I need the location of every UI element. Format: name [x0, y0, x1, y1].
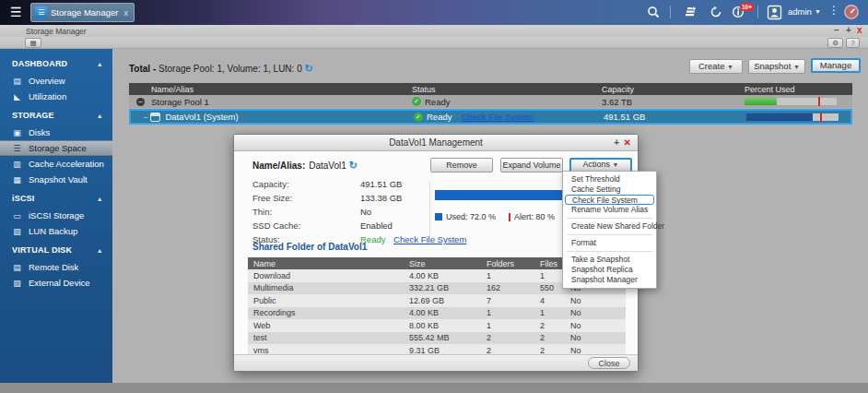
sidebar-section-iscsi[interactable]: iSCSI▲: [0, 187, 112, 208]
capacity-value: 491.51 GB: [360, 179, 402, 189]
chevron-down-icon: ▼: [727, 64, 733, 70]
menu-separator: [567, 218, 652, 219]
free-size-value: 133.38 GB: [360, 193, 402, 203]
overview-icon: ▤: [12, 77, 22, 86]
menu-item-snapshot-replica[interactable]: Snapshot Replica: [563, 265, 656, 275]
iscsi-storage-icon: ▭: [12, 211, 22, 220]
chevron-down-icon: ▼: [613, 161, 619, 168]
sidebar-item-disks[interactable]: ▣Disks: [0, 125, 112, 140]
table-row-datavol1[interactable]: – DataVol1 (System) ✓ Ready Check File S…: [129, 109, 852, 125]
disks-icon: ▣: [12, 128, 22, 137]
external-device-icon: ▨: [12, 279, 22, 288]
sidebar-item-storage-space[interactable]: ☰Storage Space: [0, 140, 112, 156]
search-icon[interactable]: [646, 5, 663, 20]
sidebar-item-cache-acceleration[interactable]: ▥Cache Acceleration: [0, 156, 112, 172]
expand-volume-button[interactable]: Expand Volume: [500, 158, 563, 173]
sidebar-section-storage[interactable]: STORAGE▲: [0, 104, 112, 125]
tab-label: Storage Manager: [51, 7, 118, 18]
admin-menu[interactable]: admin ▼: [788, 6, 821, 17]
minimize-icon[interactable]: –: [834, 26, 839, 35]
sync-icon[interactable]: [709, 5, 725, 20]
percent-used-bar: [746, 113, 839, 121]
menu-separator: [567, 251, 652, 252]
dialog-popout-icon[interactable]: +: [614, 135, 619, 151]
check-file-system-link[interactable]: Check File System: [461, 112, 534, 122]
sidebar-section-dashboard[interactable]: DASHBOARD▲: [0, 53, 112, 73]
refresh-icon[interactable]: ↻: [304, 63, 312, 74]
collapse-toggle-icon[interactable]: ‒: [136, 98, 145, 106]
sidebar-item-iscsi-storage[interactable]: ▭iSCSI Storage: [0, 208, 112, 223]
menu-item-create-new-shared-folder[interactable]: Create New Shared Folder: [563, 221, 656, 232]
sidebar-section-virtual-disk[interactable]: VIRTUAL DISK▲: [0, 239, 112, 259]
dashboard-gauge-icon[interactable]: [843, 4, 860, 20]
storage-space-icon: ☰: [12, 144, 22, 153]
table-row-test[interactable]: test555.42 MB22No: [248, 332, 626, 345]
menu-item-set-threshold[interactable]: Set Threshold: [563, 174, 656, 185]
dialog-footer: Close: [234, 354, 638, 371]
view-mode-button[interactable]: ▦: [25, 38, 41, 48]
menu-item-cache-setting[interactable]: Cache Setting: [563, 185, 656, 195]
remove-button[interactable]: Remove: [430, 158, 493, 173]
dialog-titlebar[interactable]: DataVol1 Management + ✕: [234, 135, 638, 151]
close-button[interactable]: Close: [588, 357, 630, 369]
remote-disk-icon: ▤: [12, 263, 22, 272]
manage-button[interactable]: Manage: [811, 58, 861, 73]
table-row-public[interactable]: Public12.69 GB74No: [248, 294, 626, 307]
table-row-storage-pool-1[interactable]: ‒ Storage Pool 1 ✓ Ready 3.62 TB: [129, 95, 852, 108]
user-icon[interactable]: [767, 5, 783, 20]
thin-label: Thin:: [252, 207, 272, 217]
storage-pool-table: Name/Alias Status Capacity Percent Used …: [129, 83, 852, 125]
storage-manager-app-icon: ☰: [35, 6, 47, 18]
tab-close-icon[interactable]: x: [123, 8, 128, 18]
ssd-cache-value: Enabled: [360, 220, 393, 231]
more-options-icon[interactable]: ⋮: [828, 4, 839, 17]
ssd-cache-label: SSD Cache:: [252, 220, 300, 231]
sidebar-item-utilization[interactable]: ◣Utilization: [0, 89, 112, 104]
tab-storage-manager[interactable]: ☰ Storage Manager x: [30, 3, 135, 22]
divider: [429, 181, 430, 239]
menu-item-rename-volume-alias[interactable]: Rename Volume Alias: [563, 205, 656, 215]
free-size-label: Free Size:: [252, 193, 292, 203]
snapshot-button[interactable]: Snapshot ▼: [748, 59, 805, 74]
table-row-recordings[interactable]: Recordings4.00 KB11No: [248, 307, 626, 320]
status-value: Ready Check File System: [360, 234, 466, 244]
storage-summary: Total - Storage Pool: 1, Volume: 1, LUN:…: [129, 63, 313, 75]
help-button[interactable]: ?: [846, 38, 860, 48]
menu-item-check-file-system[interactable]: Check File System: [565, 195, 654, 205]
window-titlebar: [0, 25, 868, 37]
utilization-icon: ◣: [12, 92, 22, 101]
sidebar-item-external-device[interactable]: ▨External Device: [0, 275, 112, 291]
actions-dropdown-menu: Set Threshold Cache Setting Check File S…: [562, 171, 657, 289]
desktop-topbar: ☰ ☰ Storage Manager x 10+ admin ▼ ⋮: [0, 0, 868, 25]
tree-branch-icon: –: [144, 113, 147, 121]
volume-name: Name/Alias:DataVol1 ↻: [252, 160, 358, 172]
menu-item-take-a-snapshot[interactable]: Take a Snapshot: [563, 255, 656, 265]
thin-value: No: [360, 207, 371, 217]
status-ready-icon: ✓: [414, 113, 423, 122]
main-menu-icon[interactable]: ☰: [10, 5, 22, 19]
shared-folder-heading: Shared Folder of DataVol1: [252, 242, 367, 252]
desktop-bottom-strip: [0, 383, 868, 393]
background-tasks-icon[interactable]: [683, 5, 699, 20]
settings-gear-button[interactable]: ⚙: [827, 38, 843, 48]
sidebar-item-snapshot-vault[interactable]: ▦Snapshot Vault: [0, 172, 112, 187]
admin-label: admin: [788, 6, 812, 17]
table-row-web[interactable]: Web8.00 KB12No: [248, 319, 626, 332]
topbar-divider: [670, 6, 671, 18]
sidebar-item-lun-backup[interactable]: ▧LUN Backup: [0, 223, 112, 239]
window-close-icon[interactable]: x: [857, 26, 862, 35]
menu-separator: [567, 234, 652, 235]
refresh-icon[interactable]: ↻: [349, 160, 358, 171]
sidebar-item-overview[interactable]: ▤Overview: [0, 73, 112, 89]
menu-item-snapshot-manager[interactable]: Snapshot Manager: [563, 275, 656, 285]
create-button[interactable]: Create ▼: [689, 59, 743, 74]
notification-badge: 10+: [740, 3, 754, 11]
sidebar-item-remote-disk[interactable]: ▤Remote Disk: [0, 259, 112, 275]
maximize-icon[interactable]: +: [846, 26, 851, 35]
chevron-up-icon: ▲: [97, 196, 103, 202]
percent-used-bar: [745, 98, 837, 105]
dialog-close-icon[interactable]: ✕: [624, 135, 631, 151]
window-title: Storage Manager: [26, 27, 87, 36]
menu-item-format[interactable]: Format: [563, 238, 656, 248]
snapshot-vault-icon: ▦: [12, 175, 22, 185]
